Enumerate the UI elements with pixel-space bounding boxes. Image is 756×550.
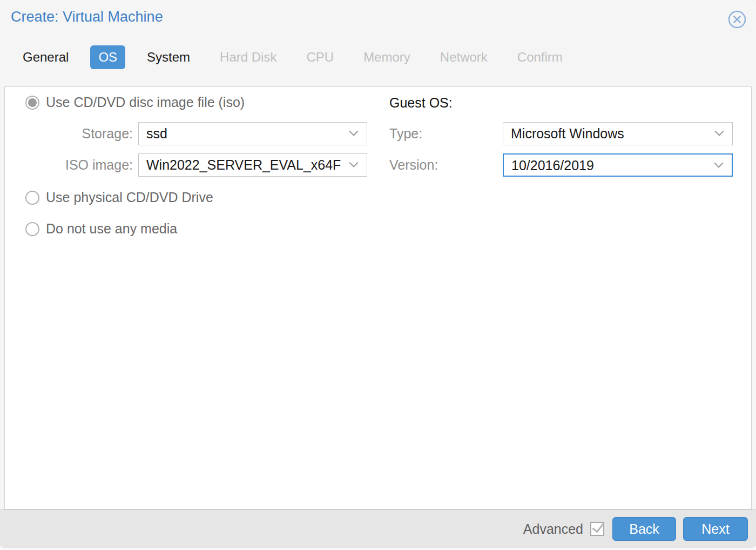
radio-option-iso[interactable]: Use CD/DVD disc image file (iso) [25,95,245,110]
dialog-footer: Advanced Back Next [0,509,756,548]
next-button[interactable]: Next [683,517,748,541]
chevron-down-icon[interactable] [350,130,357,136]
radio-selected-icon[interactable] [25,96,39,110]
iso-image-combobox[interactable]: Win2022_SERVER_EVAL_x64F [138,153,367,177]
chevron-down-icon[interactable] [716,162,722,168]
version-value: 10/2016/2019 [511,155,594,176]
radio-unselected-icon[interactable] [25,191,39,205]
dialog-title: Create: Virtual Machine [11,9,163,25]
iso-image-value: Win2022_SERVER_EVAL_x64F [146,154,341,176]
storage-combobox[interactable]: ssd [138,122,367,145]
tab-hard-disk: Hard Disk [220,50,276,65]
version-label: Version: [389,153,465,177]
type-combobox[interactable]: Microsoft Windows [503,122,733,145]
tab-memory: Memory [363,50,410,65]
version-combobox[interactable]: 10/2016/2019 [503,153,733,177]
advanced-label: Advanced [523,521,583,537]
storage-value: ssd [146,123,167,144]
back-button[interactable]: Back [612,517,676,541]
tab-general[interactable]: General [23,50,69,65]
type-label: Type: [389,122,449,145]
storage-label: Storage: [5,122,133,145]
radio-option-physical-drive[interactable]: Use physical CD/DVD Drive [25,190,213,205]
tab-cpu: CPU [306,50,334,65]
advanced-checkbox[interactable] [590,522,604,536]
radio-option-physical-drive-label: Use physical CD/DVD Drive [46,190,213,205]
radio-option-no-media-label: Do not use any media [46,221,177,237]
iso-image-label: ISO image: [5,153,133,177]
close-button[interactable] [727,10,747,29]
os-tab-content: Use CD/DVD disc image file (iso) Guest O… [4,86,752,509]
tab-os[interactable]: OS [90,45,125,69]
chevron-down-icon[interactable] [716,130,723,136]
radio-option-iso-label: Use CD/DVD disc image file (iso) [46,95,245,110]
type-value: Microsoft Windows [511,123,624,144]
radio-option-no-media[interactable]: Do not use any media [25,221,177,237]
tab-system[interactable]: System [147,50,190,65]
tab-bar: General OS System Hard Disk CPU Memory N… [23,45,563,69]
tab-network: Network [440,50,488,65]
chevron-down-icon[interactable] [350,161,357,167]
create-vm-dialog: Create: Virtual Machine General OS Syste… [0,0,756,548]
guest-os-heading: Guest OS: [389,95,453,111]
radio-unselected-icon[interactable] [25,222,39,236]
tab-confirm: Confirm [517,50,563,65]
close-icon [727,10,747,29]
